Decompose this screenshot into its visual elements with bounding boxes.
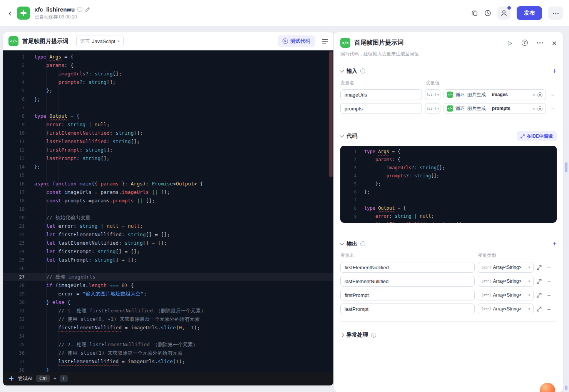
output-type-select[interactable]: [str]Array<String>▾ <box>478 262 534 273</box>
code-line[interactable]: 30 } else { <box>3 298 333 307</box>
code-line[interactable]: 14}; <box>3 163 333 171</box>
output-type-select[interactable]: [str]Array<String>▾ <box>478 276 534 287</box>
output-variable-name-field[interactable] <box>340 304 475 314</box>
settings-icon[interactable] <box>537 106 542 111</box>
edit-in-ide-button[interactable]: 在IDE中编辑 <box>517 131 557 141</box>
help-icon[interactable]: ? <box>522 40 528 46</box>
info-icon[interactable]: i <box>77 7 82 12</box>
run-node-icon[interactable]: ▷ <box>508 40 512 46</box>
input-variable-name-field[interactable] <box>340 103 422 114</box>
info-icon[interactable]: i <box>360 241 365 246</box>
code-line[interactable]: 3 imageUrls?: string[]; <box>3 70 333 78</box>
code-line[interactable]: 20 // 初始化输出变量 <box>3 214 333 222</box>
code-line[interactable]: 5 }; <box>340 180 557 188</box>
code-line[interactable]: 29 error = "输入的图片地址数组为空"; <box>3 290 333 298</box>
code-line[interactable]: 9 error: string | null; <box>3 120 333 129</box>
info-icon[interactable]: i <box>360 68 365 73</box>
test-code-button[interactable]: 测试代码 <box>278 35 315 47</box>
input-value-reference[interactable]: </>循环_图片生成·prompts× <box>443 103 546 114</box>
input-type-select[interactable]: [str]▾ <box>425 103 440 114</box>
ai-assist-bar[interactable]: 尝试AI Ctrl + I <box>3 372 333 385</box>
settings-icon[interactable] <box>537 92 542 97</box>
clear-icon[interactable]: × <box>532 106 535 112</box>
collaboration-button[interactable] <box>497 7 510 20</box>
duplicate-icon[interactable] <box>471 10 478 17</box>
code-line[interactable]: 15 <box>3 171 333 180</box>
add-output-button[interactable]: + <box>552 240 557 247</box>
output-variable-name-field[interactable] <box>340 276 475 287</box>
code-line[interactable]: 28 if (imageUrls.length === 0) { <box>3 281 333 290</box>
code-line[interactable]: 4 prompts?: string[]; <box>340 172 557 180</box>
code-line[interactable]: 10 firstElementNullified: string[]; <box>340 220 557 223</box>
code-line[interactable]: 5 }; <box>3 87 333 95</box>
back-icon[interactable]: ‹ <box>8 8 12 18</box>
expand-icon[interactable] <box>537 307 542 312</box>
code-line[interactable]: 7 <box>3 103 333 112</box>
language-select[interactable]: 语言 JavaScript ▾ <box>76 35 124 47</box>
code-line[interactable]: 1type Args = { <box>340 148 557 156</box>
code-line[interactable]: 2 params: { <box>340 156 557 164</box>
code-line[interactable]: 26 <box>3 264 333 273</box>
scrollbar-mark[interactable] <box>565 385 567 390</box>
code-line[interactable]: 24 let firstPrompt: string[] = []; <box>3 247 333 256</box>
code-line[interactable]: 4 prompts?: string[]; <box>3 78 333 87</box>
clear-icon[interactable]: × <box>532 92 535 98</box>
input-type-select[interactable]: [str]▾ <box>425 89 440 100</box>
chevron-down-icon[interactable] <box>340 68 344 72</box>
expand-icon[interactable] <box>537 265 542 270</box>
code-line[interactable]: 21 let error: string | null = null; <box>3 222 333 230</box>
output-type-select[interactable]: [str]Array<String>▾ <box>478 290 534 300</box>
remove-row-button[interactable]: − <box>545 278 553 285</box>
edit-icon[interactable] <box>85 7 90 12</box>
code-line[interactable]: 9 error: string | null; <box>340 212 557 220</box>
code-line[interactable]: 37 lastElementNullified = imageUrls.slic… <box>3 357 333 366</box>
code-line[interactable]: 13 lastPrompt: string[]; <box>3 154 333 163</box>
input-variable-name-field[interactable] <box>340 89 422 100</box>
code-line[interactable]: 12 firstPrompt: string[]; <box>3 146 333 154</box>
remove-row-button[interactable]: − <box>545 306 553 312</box>
code-line[interactable]: 10 firstElementNullified: string[]; <box>3 129 333 137</box>
code-line[interactable]: 22 let firstElementNullified: string[] =… <box>3 230 333 239</box>
code-line[interactable]: 6}; <box>3 95 333 103</box>
code-line[interactable]: 25 let lastPrompt: string[] = []; <box>3 256 333 264</box>
remove-row-button[interactable]: − <box>545 292 553 299</box>
code-line[interactable]: 16async function main({ params }: Args):… <box>3 180 333 188</box>
remove-row-button[interactable]: − <box>549 105 557 112</box>
code-line[interactable]: 18 const prompts =params.prompts || []; <box>3 197 333 205</box>
close-icon[interactable]: × <box>552 39 557 47</box>
chevron-down-icon[interactable] <box>340 133 344 137</box>
remove-row-button[interactable]: − <box>545 264 553 271</box>
editor-scrollbar[interactable] <box>329 51 333 177</box>
output-type-select[interactable]: [str]Array<String>▾ <box>478 304 534 314</box>
code-line[interactable]: 36 // 使用 slice(1) 来获取除第一个元素外的所有元素 <box>3 349 333 357</box>
scrollbar-mark[interactable] <box>565 162 567 172</box>
add-input-button[interactable]: + <box>552 67 557 75</box>
code-line[interactable]: 1type Args = { <box>3 53 333 61</box>
code-line[interactable]: 31 // 1. 处理 firstElementNullified （删除最后一… <box>3 307 333 315</box>
more-button[interactable] <box>548 7 563 20</box>
code-line[interactable]: 6}; <box>340 188 557 196</box>
code-line[interactable]: 34 <box>3 332 333 340</box>
code-line[interactable]: 38 } <box>3 366 333 372</box>
menu-icon[interactable] <box>322 39 328 43</box>
code-line[interactable]: 11 lastElementNullified: string[]; <box>3 137 333 146</box>
code-line[interactable]: 2 params: { <box>3 61 333 70</box>
code-line[interactable]: 33 firstElementNullified = imageUrls.sli… <box>3 324 333 332</box>
code-line[interactable]: 3 imageUrls?: string[]; <box>340 164 557 172</box>
output-variable-name-field[interactable] <box>340 290 475 300</box>
code-line[interactable]: 8type Output = { <box>3 112 333 120</box>
output-variable-name-field[interactable] <box>340 262 475 273</box>
code-editor[interactable]: 1type Args = {2 params: {3 imageUrls?: s… <box>3 50 333 372</box>
remove-row-button[interactable]: − <box>549 92 557 98</box>
code-line[interactable]: 19 <box>3 205 333 214</box>
code-line[interactable]: 17 const imageUrls = params.imageUrls ||… <box>3 188 333 197</box>
code-line[interactable]: 7 <box>340 196 557 204</box>
expand-icon[interactable] <box>537 279 542 284</box>
publish-button[interactable]: 发布 <box>517 6 542 20</box>
code-line[interactable]: 35 // 2. 处理 lastElementNullified （删除第一个元… <box>3 340 333 349</box>
code-line[interactable]: 8type Output = { <box>340 204 557 212</box>
chevron-right-icon[interactable] <box>340 333 344 337</box>
code-preview[interactable]: 1type Args = {2 params: {3 imageUrls?: s… <box>340 146 557 223</box>
code-line[interactable]: 27 // 处理 imageUrls <box>3 273 333 281</box>
more-options-icon[interactable] <box>537 42 543 43</box>
